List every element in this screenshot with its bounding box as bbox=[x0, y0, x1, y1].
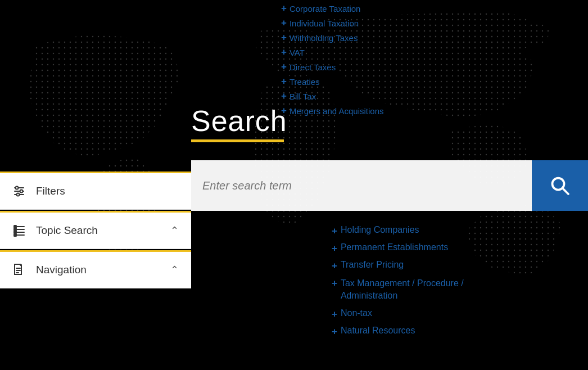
navigation-panel: Navigation ⌃ bbox=[0, 250, 191, 288]
bottom-links: + Holding Companies + Permanent Establis… bbox=[332, 225, 464, 343]
link-label: Natural Resources bbox=[341, 326, 415, 336]
plus-icon: + bbox=[281, 47, 287, 58]
floating-link-vat[interactable]: + VAT bbox=[281, 47, 384, 58]
floating-link-corporate[interactable]: + Corporate Taxation bbox=[281, 3, 384, 14]
filters-panel-header[interactable]: Filters bbox=[0, 173, 191, 210]
link-non-tax[interactable]: + Non-tax bbox=[332, 308, 464, 320]
link-holding-companies[interactable]: + Holding Companies bbox=[332, 225, 464, 237]
plus-icon: + bbox=[332, 260, 337, 272]
plus-icon: + bbox=[332, 278, 337, 289]
topic-search-label: Topic Search bbox=[36, 224, 169, 237]
topic-search-chevron: ⌃ bbox=[169, 225, 180, 236]
search-bar-container bbox=[191, 160, 588, 211]
floating-link-label: Mergers and Acquisitions bbox=[290, 106, 384, 116]
svg-rect-13 bbox=[14, 225, 16, 228]
link-natural-resources[interactable]: + Natural Resources bbox=[332, 326, 464, 337]
svg-point-6 bbox=[16, 187, 19, 189]
link-tax-management[interactable]: + Tax Management / Procedure /Administra… bbox=[332, 277, 464, 303]
navigation-panel-header[interactable]: Navigation ⌃ bbox=[0, 252, 191, 288]
link-label: Tax Management / Procedure /Administrati… bbox=[341, 277, 464, 303]
floating-link-bill[interactable]: + Bill Tax bbox=[281, 91, 384, 102]
plus-icon: + bbox=[332, 243, 337, 254]
plus-icon: + bbox=[332, 225, 337, 237]
floating-link-individual[interactable]: + Individual Taxation bbox=[281, 17, 384, 29]
plus-icon: + bbox=[281, 3, 287, 14]
plus-icon: + bbox=[281, 91, 287, 102]
floating-link-label: Individual Taxation bbox=[290, 19, 359, 28]
navigation-label: Navigation bbox=[36, 264, 169, 276]
search-input[interactable] bbox=[202, 179, 521, 192]
svg-rect-14 bbox=[14, 228, 16, 231]
document-icon bbox=[11, 262, 27, 278]
floating-link-direct[interactable]: + Direct Taxes bbox=[281, 61, 384, 73]
content-overlay: Search + Corporate Taxation + Individual… bbox=[0, 0, 588, 370]
topic-search-panel: Topic Search ⌃ bbox=[0, 211, 191, 249]
plus-icon: + bbox=[281, 32, 287, 43]
link-permanent-establishments[interactable]: + Permanent Establishments bbox=[332, 242, 464, 254]
floating-link-label: Treaties bbox=[290, 77, 320, 87]
link-label: Permanent Establishments bbox=[341, 242, 448, 252]
svg-point-7 bbox=[20, 190, 23, 193]
plus-icon: + bbox=[332, 309, 337, 320]
sliders-icon bbox=[11, 183, 27, 199]
plus-icon: + bbox=[281, 61, 287, 73]
floating-link-label: VAT bbox=[290, 48, 305, 57]
filters-label: Filters bbox=[36, 185, 180, 197]
floating-link-withholding[interactable]: + Withholding Taxes bbox=[281, 32, 384, 43]
svg-point-8 bbox=[17, 193, 20, 196]
plus-icon: + bbox=[281, 17, 287, 29]
link-label: Holding Companies bbox=[341, 225, 419, 235]
navigation-chevron: ⌃ bbox=[169, 264, 180, 276]
search-button[interactable] bbox=[532, 160, 588, 211]
sidebar: Filters Topic Sear bbox=[0, 172, 191, 290]
plus-icon: + bbox=[281, 76, 287, 87]
topic-search-panel-header[interactable]: Topic Search ⌃ bbox=[0, 213, 191, 249]
filters-panel: Filters bbox=[0, 172, 191, 210]
floating-link-mergers[interactable]: + Mergers and Acquisitions bbox=[281, 105, 384, 116]
svg-line-2 bbox=[563, 188, 568, 194]
floating-link-label: Bill Tax bbox=[290, 92, 316, 101]
link-transfer-pricing[interactable]: + Transfer Pricing bbox=[332, 260, 464, 272]
plus-icon: + bbox=[332, 326, 337, 337]
floating-link-label: Corporate Taxation bbox=[290, 4, 360, 13]
search-icon bbox=[550, 175, 570, 196]
floating-link-label: Withholding Taxes bbox=[290, 33, 358, 43]
floating-links: + Corporate Taxation + Individual Taxati… bbox=[281, 0, 384, 120]
search-input-wrapper bbox=[191, 160, 532, 211]
floating-link-treaties[interactable]: + Treaties bbox=[281, 76, 384, 87]
floating-link-label: Direct Taxes bbox=[290, 62, 336, 72]
search-heading: Search bbox=[191, 104, 287, 138]
svg-rect-15 bbox=[14, 231, 16, 233]
search-heading-underline bbox=[191, 139, 284, 142]
link-label: Transfer Pricing bbox=[341, 260, 404, 270]
link-label: Non-tax bbox=[341, 308, 372, 318]
list-icon bbox=[11, 223, 27, 238]
svg-rect-16 bbox=[14, 234, 16, 236]
